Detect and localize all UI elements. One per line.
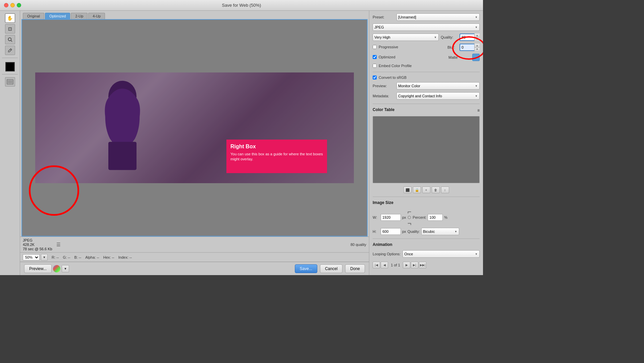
cancel-button[interactable]: Cancel [320, 264, 342, 273]
chain-icon-wrapper: ⌐ ⬡ ¬ [408, 208, 412, 226]
footer-bar: Preview... ▼ Save... Cancel Done [20, 262, 369, 275]
quality-preset-select[interactable]: Very High Low Medium High Maximum [373, 34, 439, 41]
quality-up[interactable]: ▲ [475, 34, 480, 38]
anim-last[interactable]: ▶▶| [419, 262, 426, 268]
embed-color-label: Embed Color Profile [379, 64, 412, 68]
width-input[interactable] [381, 214, 401, 221]
progressive-label: Progressive [379, 45, 398, 49]
file-size: 428.2K [23, 243, 52, 247]
image-background: Right Box You can use this box as a guid… [35, 72, 354, 183]
color-table-area [373, 116, 480, 183]
height-input[interactable] [381, 228, 401, 235]
view-toggle[interactable] [5, 77, 15, 87]
width-label: W: [373, 215, 379, 219]
quality-down[interactable]: ▼ [475, 38, 480, 41]
ct-delete-btn[interactable]: 🗑 [432, 187, 440, 193]
right-box-title: Right Box [230, 144, 323, 150]
metadata-select[interactable]: Copyright and Contact Info None All [396, 92, 480, 100]
preview-button[interactable]: Preview... [24, 264, 52, 273]
convert-srgb-checkbox[interactable] [373, 75, 377, 80]
browser-preview-group: Preview... ▼ [24, 264, 69, 273]
embed-color-row: Embed Color Profile [373, 64, 480, 68]
format-row: JPEG PNG-8 PNG-24 GIF [373, 23, 480, 31]
color-table-menu[interactable]: ≡ [477, 108, 480, 113]
preset-select-wrapper: [Unnamed] JPEG High JPEG Low [396, 13, 480, 21]
preview-select[interactable]: Monitor Color Internet Standard RGB [396, 82, 480, 90]
file-time: 78 sec @ 56.6 Kb [23, 247, 52, 251]
browser-dropdown[interactable]: ▼ [62, 265, 69, 272]
divider-1 [373, 72, 480, 72]
anim-play[interactable]: ▶ [403, 262, 410, 268]
color-table-toolbar: ⬛ 🔒 + 🗑 ↕ [373, 187, 480, 193]
tab-original[interactable]: Original [23, 13, 44, 19]
progressive-checkbox[interactable] [373, 45, 377, 49]
tab-2up[interactable]: 2-Up [71, 13, 88, 19]
preview-label: Preview: [373, 84, 394, 88]
list-icon[interactable]: ☰ [56, 242, 61, 247]
chain-top: ⌐ [408, 208, 412, 215]
image-size-fields: W: px ⌐ ⬡ ¬ Percent: % H: px Quality: [373, 208, 480, 235]
tool-divider [2, 58, 18, 58]
format-select-wrapper: JPEG PNG-8 PNG-24 GIF [373, 23, 480, 31]
quality-resize-select[interactable]: Bicubic Nearest Neighbor Bilinear [421, 228, 459, 235]
anim-first[interactable]: |◀ [373, 262, 380, 268]
anim-controls: |◀ ◀ 1 of 1 ▶ ▶| ▶▶| [373, 262, 480, 268]
optimized-checkbox[interactable] [373, 55, 377, 59]
chain-bottom: ¬ [408, 220, 412, 226]
quality-stepper: ▲ ▼ [474, 34, 480, 41]
convert-srgb-row: Convert to sRGB [373, 75, 480, 80]
maximize-button[interactable] [17, 3, 21, 7]
blur-stepper: ▲ ▼ [474, 44, 480, 51]
quality-resize-row: Quality: Bicubic Nearest Neighbor Biline… [408, 228, 459, 235]
foreground-color[interactable] [5, 62, 15, 71]
close-button[interactable] [4, 3, 8, 7]
percent-label: Percent: [413, 215, 426, 219]
zoom-tool[interactable] [5, 35, 15, 44]
save-button[interactable]: Save... [295, 264, 317, 273]
browser-icon[interactable] [53, 265, 60, 272]
ct-shift-btn[interactable]: ↕ [441, 187, 449, 193]
format-select[interactable]: JPEG PNG-8 PNG-24 GIF [373, 23, 480, 31]
preview-row: Preview: Monitor Color Internet Standard… [373, 82, 480, 90]
blur-up[interactable]: ▲ [475, 44, 480, 48]
anim-next[interactable]: ▶| [411, 262, 418, 268]
window-controls[interactable] [4, 3, 21, 7]
quality-row: Very High Low Medium High Maximum Qualit… [373, 34, 480, 41]
divider-4 [373, 239, 480, 239]
tab-4up[interactable]: 4-Up [88, 13, 105, 19]
blur-label: Blur: [447, 45, 458, 49]
preset-select[interactable]: [Unnamed] JPEG High JPEG Low [396, 13, 480, 21]
index-label: Index: -- [118, 255, 132, 259]
looping-select[interactable]: Once Forever Other [402, 250, 480, 258]
hand-tool[interactable]: ✋ [5, 13, 15, 23]
b-label: B: -- [74, 255, 81, 259]
zoom-select[interactable]: 50% 25% 100% [23, 254, 40, 260]
matte-color[interactable] [472, 54, 480, 61]
slice-select-tool[interactable]: ⊡ [5, 24, 15, 34]
tab-optimized[interactable]: Optimized [45, 13, 70, 19]
convert-srgb-label: Convert to sRGB [379, 75, 407, 80]
image-size-label: Image Size [373, 200, 480, 205]
canvas-container: Right Box You can use this box as a guid… [21, 19, 368, 237]
minimize-button[interactable] [10, 3, 15, 7]
alpha-label: Alpha: -- [85, 255, 99, 259]
zoom-dropdown-btn[interactable]: ▼ [41, 254, 48, 261]
window-title: Save for Web (50%) [222, 3, 261, 8]
ct-lock-btn[interactable]: 🔒 [413, 187, 421, 193]
zoom-control[interactable]: 50% 25% 100% ▼ [23, 254, 48, 261]
optimized-label: Optimized [379, 55, 395, 59]
progressive-blur-row: Progressive Blur: 0 ▲ ▼ [373, 44, 480, 51]
anim-prev[interactable]: ◀ [381, 262, 388, 268]
quality-label: Quality: [441, 35, 458, 39]
percent-input[interactable] [428, 214, 443, 221]
ct-map-btn[interactable]: ⬛ [404, 187, 412, 193]
done-button[interactable]: Done [345, 264, 365, 273]
eyedropper-tool[interactable] [5, 46, 15, 55]
quality-resize-label: Quality: [408, 229, 420, 234]
embed-color-checkbox[interactable] [373, 64, 377, 68]
blur-down[interactable]: ▼ [475, 48, 480, 51]
ct-add-btn[interactable]: + [422, 187, 430, 193]
metadata-label: Metadata: [373, 94, 394, 98]
percent-row: Percent: % [413, 214, 447, 221]
percent-unit: % [444, 215, 447, 219]
